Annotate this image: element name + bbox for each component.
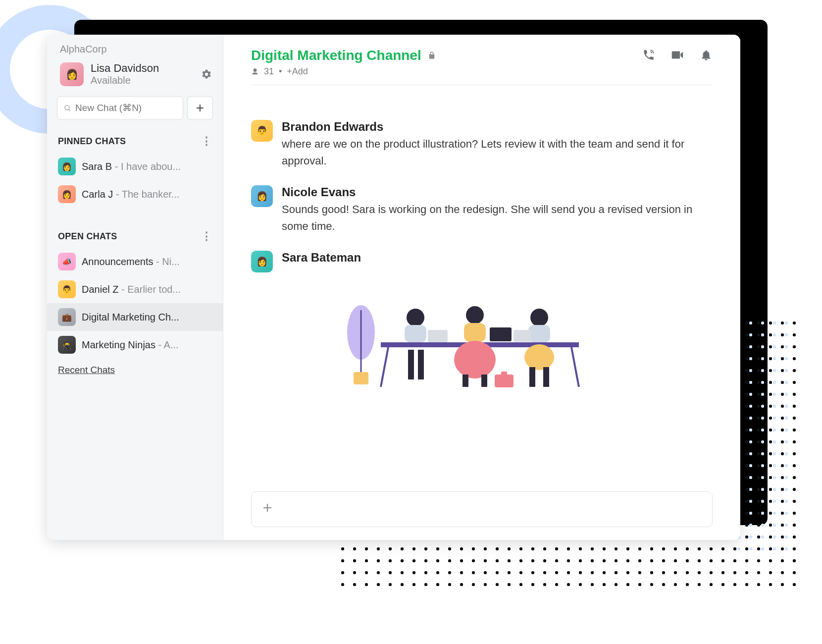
svg-rect-16	[462, 375, 468, 387]
chat-preview: - A...	[155, 339, 179, 350]
person-icon	[251, 68, 259, 76]
pinned-menu-button[interactable]: ⋮	[201, 136, 212, 147]
chat-name: Daniel Z	[82, 284, 118, 295]
search-input[interactable]	[75, 103, 177, 113]
message: 👨 Brandon Edwards where are we on the pr…	[251, 120, 713, 169]
notifications-button[interactable]	[700, 49, 713, 61]
avatar: 👩	[58, 158, 76, 175]
chat-item-carla-j[interactable]: 👩 Carla J - The banker...	[47, 180, 223, 208]
chat-item-sara-b[interactable]: 👩 Sara B - I have abou...	[47, 153, 223, 180]
open-menu-button[interactable]: ⋮	[201, 231, 212, 242]
message-author: Nicole Evans	[282, 185, 713, 199]
open-title: OPEN CHATS	[58, 231, 117, 242]
avatar: 💼	[58, 308, 76, 326]
main-panel: Digital Marketing Channel 31 • +Add	[223, 35, 740, 540]
chat-name: Carla J	[82, 189, 113, 200]
svg-rect-14	[464, 323, 486, 342]
channel-header: Digital Marketing Channel 31 • +Add	[251, 48, 713, 85]
svg-rect-26	[501, 372, 507, 376]
member-count: 31	[264, 66, 274, 77]
svg-rect-25	[495, 375, 514, 387]
video-icon	[670, 48, 685, 62]
plus-icon	[261, 502, 273, 514]
recent-chats-link[interactable]: Recent Chats	[47, 359, 223, 381]
svg-rect-7	[354, 372, 368, 384]
svg-rect-11	[418, 350, 424, 379]
settings-button[interactable]	[199, 67, 214, 82]
chat-item-daniel-z[interactable]: 👨 Daniel Z - Earlier tod...	[47, 275, 223, 303]
svg-line-4	[571, 347, 579, 387]
add-member-button[interactable]: +Add	[287, 66, 308, 77]
svg-point-8	[407, 309, 424, 326]
message-list: 👨 Brandon Edwards where are we on the pr…	[251, 85, 713, 491]
message-composer[interactable]	[251, 491, 713, 527]
chat-name: Marketing Ninjas	[82, 339, 155, 350]
chat-name: Digital Marketing Ch...	[82, 312, 179, 322]
svg-line-1	[69, 109, 70, 111]
avatar: 📣	[58, 253, 76, 270]
chat-name: Announcements	[82, 256, 154, 267]
chat-preview: - The banker...	[113, 189, 179, 200]
message-text: where are we on the product illustration…	[282, 136, 713, 169]
pinned-title: PINNED CHATS	[58, 136, 126, 147]
call-button[interactable]	[642, 49, 655, 61]
svg-rect-22	[529, 367, 535, 387]
chat-name: Sara B	[82, 161, 112, 172]
message-author: Sara Bateman	[282, 251, 713, 265]
message-illustration	[331, 275, 618, 399]
avatar: 🥷	[58, 336, 76, 354]
svg-rect-18	[490, 327, 512, 341]
svg-rect-10	[408, 350, 414, 379]
chat-preview: - Ni...	[154, 256, 180, 267]
chat-item-announcements[interactable]: 📣 Announcements - Ni...	[47, 248, 223, 275]
svg-point-15	[454, 341, 496, 378]
avatar: 👩	[251, 185, 273, 207]
channel-meta: 31 • +Add	[251, 66, 436, 77]
message: 👩 Sara Bateman	[251, 251, 713, 401]
sidebar: AlphaCorp 👩 Lisa Davidson Available + PI…	[47, 35, 223, 540]
chat-item-digital-marketing[interactable]: 💼 Digital Marketing Ch...	[47, 303, 223, 331]
channel-title[interactable]: Digital Marketing Channel	[251, 48, 421, 63]
message-author: Brandon Edwards	[282, 120, 713, 134]
avatar: 👨	[251, 120, 273, 142]
svg-point-0	[65, 106, 69, 110]
svg-rect-12	[428, 330, 448, 342]
svg-line-3	[381, 347, 388, 387]
chat-preview: - I have abou...	[112, 161, 181, 172]
svg-rect-23	[543, 367, 549, 387]
avatar: 👨	[58, 280, 76, 298]
avatar: 👩	[251, 251, 273, 272]
new-chat-button[interactable]: +	[187, 96, 213, 120]
svg-rect-9	[405, 325, 426, 342]
search-row: +	[47, 92, 223, 127]
chat-item-marketing-ninjas[interactable]: 🥷 Marketing Ninjas - A...	[47, 331, 223, 359]
bell-icon	[700, 49, 713, 61]
app-window: AlphaCorp 👩 Lisa Davidson Available + PI…	[47, 35, 740, 540]
svg-rect-20	[528, 325, 550, 342]
pinned-section-header: PINNED CHATS ⋮	[47, 127, 223, 153]
gear-icon	[201, 69, 212, 80]
composer-add-button[interactable]	[261, 501, 273, 517]
svg-point-19	[530, 309, 548, 326]
message-text: Sounds good! Sara is working on the rede…	[282, 201, 713, 235]
phone-icon	[642, 49, 655, 61]
chat-preview: - Earlier tod...	[118, 284, 181, 295]
profile-status: Available	[91, 75, 159, 86]
search-icon	[63, 104, 71, 112]
open-section-header: OPEN CHATS ⋮	[47, 222, 223, 248]
profile-name: Lisa Davidson	[91, 62, 159, 75]
svg-rect-17	[481, 375, 487, 387]
search-input-wrapper[interactable]	[57, 96, 183, 120]
decorative-dot-grid-light	[733, 317, 792, 555]
avatar: 👩	[60, 62, 84, 86]
profile-row[interactable]: 👩 Lisa Davidson Available	[47, 59, 223, 92]
svg-point-21	[524, 344, 554, 370]
channel-actions	[642, 48, 713, 62]
workspace-name: AlphaCorp	[47, 44, 223, 59]
message: 👩 Nicole Evans Sounds good! Sara is work…	[251, 185, 713, 235]
video-button[interactable]	[670, 48, 685, 62]
lock-icon	[427, 51, 436, 60]
svg-point-13	[466, 306, 484, 324]
svg-rect-24	[514, 330, 531, 342]
avatar: 👩	[58, 185, 76, 203]
